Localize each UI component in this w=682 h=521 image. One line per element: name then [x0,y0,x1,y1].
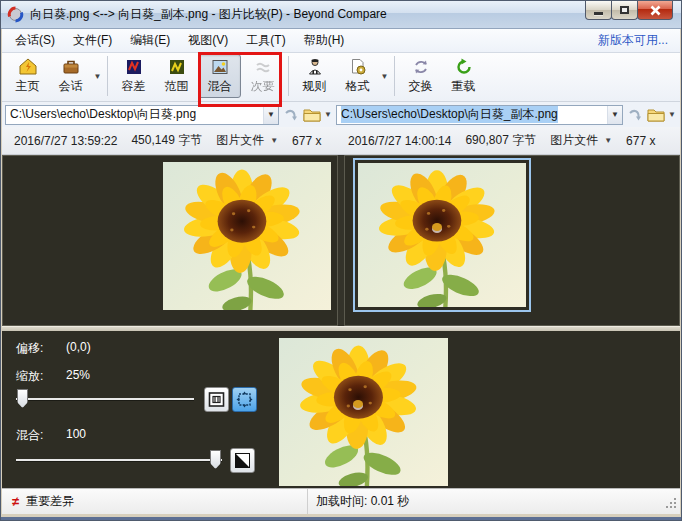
tolerance-icon [124,57,144,77]
right-image-panel[interactable] [344,155,680,326]
toolbar-button-rules[interactable]: 规则 [293,54,336,98]
toolbar-button-sessions[interactable]: 会话 [49,54,92,98]
load-time-text: 加载时间: 0.01 秒 [316,493,409,510]
format-document-gear-icon [348,57,368,77]
offset-label: 偏移: [16,340,43,357]
left-file-info: 2016/7/27 13:59:22 450,149 字节 图片文件 ▼ 677… [2,132,342,149]
menu-view[interactable]: 视图(V) [179,29,237,52]
minimize-icon [594,12,603,15]
toolbar-button-swap[interactable]: 交换 [399,54,442,98]
left-file-size: 450,149 字节 [131,132,202,149]
maximize-button[interactable] [611,1,638,20]
left-browse-folder-icon[interactable] [303,106,321,124]
close-button[interactable] [637,1,673,20]
right-file-type-dropdown-icon[interactable]: ▼ [604,136,612,145]
toolbar-button-range[interactable]: 范围 [155,54,198,98]
offset-value: (0,0) [66,340,91,354]
format-dropdown-icon[interactable]: ▼ [379,53,390,99]
zoom-value: 25% [66,368,90,382]
right-parent-arrow-icon[interactable] [626,106,644,124]
right-file-size: 690,807 字节 [465,132,536,149]
maximize-icon [620,6,629,14]
toolbar-button-blend[interactable]: 混合 [198,54,241,98]
right-modified-time: 2016/7/27 14:00:14 [348,134,451,148]
toolbar: 主页 会话 ▼ 容差 范围 混合 [2,53,680,102]
toolbar-button-reload[interactable]: 重载 [442,54,485,98]
toolbar-button-format[interactable]: 格式 [336,54,379,98]
left-browse-dropdown-icon[interactable]: ▼ [324,110,333,119]
new-version-link[interactable]: 新版本可用... [598,32,676,49]
toolbar-separator [288,56,289,96]
not-equal-icon: ≠ [12,494,19,509]
left-file-type-dropdown-icon[interactable]: ▼ [270,136,278,145]
right-sunflower-image[interactable] [358,163,526,307]
toolbar-button-home[interactable]: 主页 [6,54,49,98]
right-image-focus-border [353,158,531,312]
blend-slider[interactable] [16,450,222,470]
briefcase-icon [61,57,81,77]
menu-edit[interactable]: 编辑(E) [121,29,179,52]
blend-label: 混合: [16,427,43,444]
left-file-type[interactable]: 图片文件 [216,132,264,149]
zoom-slider-thumb[interactable] [17,389,28,408]
approx-icon [253,57,273,77]
left-path-value: C:\Users\echo\Desktop\向日葵.png [10,106,196,123]
toolbar-button-tolerance[interactable]: 容差 [112,54,155,98]
fit-to-window-icon [236,391,253,408]
left-path-combobox[interactable]: C:\Users\echo\Desktop\向日葵.png ▼ [5,105,279,125]
left-path-dropdown-icon[interactable]: ▼ [263,106,278,124]
left-modified-time: 2016/7/27 13:59:22 [14,134,117,148]
menu-tools[interactable]: 工具(T) [237,29,294,52]
zoom-label: 缩放: [16,368,43,385]
blend-slider-thumb[interactable] [210,450,221,469]
contrast-icon [234,452,251,469]
actual-size-button[interactable] [204,387,229,412]
home-icon [18,57,38,77]
right-path-value: C:\Users\echo\Desktop\向日葵_副本.png [341,106,558,123]
menu-session[interactable]: 会话(S) [6,29,64,52]
range-icon [167,57,187,77]
reload-icon [454,57,474,77]
right-path-dropdown-icon[interactable]: ▼ [607,106,622,124]
toolbar-button-unimportant[interactable]: 次要 [241,54,284,98]
blended-sunflower-image[interactable] [279,338,448,486]
minimize-button[interactable] [585,1,612,20]
right-file-info: 2016/7/27 14:00:14 690,807 字节 图片文件 ▼ 677… [342,132,680,149]
resize-grip[interactable] [665,497,677,509]
right-browse-dropdown-icon[interactable]: ▼ [668,110,677,119]
status-bar: ≠ 重要差异 加载时间: 0.01 秒 [2,488,680,514]
blend-value: 100 [66,427,86,441]
right-browse-folder-icon[interactable] [647,106,665,124]
sessions-dropdown-icon[interactable]: ▼ [92,53,103,99]
zoom-slider[interactable] [16,389,194,409]
menu-bar: 会话(S) 文件(F) 编辑(E) 视图(V) 工具(T) 帮助(H) 新版本可… [2,29,680,53]
right-path-combobox[interactable]: C:\Users\echo\Desktop\向日葵_副本.png ▼ [336,105,623,125]
diff-status-text: 重要差异 [26,493,74,510]
fit-to-window-button[interactable] [232,387,257,412]
right-file-type[interactable]: 图片文件 [550,132,598,149]
left-image-panel[interactable] [2,155,338,326]
title-bar[interactable]: 向日葵.png <--> 向日葵_副本.png - 图片比较(P) - Beyo… [1,1,681,29]
menu-help[interactable]: 帮助(H) [295,29,354,52]
left-dimensions: 677 x [292,134,321,148]
file-info-row: 2016/7/27 13:59:22 450,149 字节 图片文件 ▼ 677… [2,127,680,155]
zoom-slider-track[interactable] [16,398,194,400]
caption-buttons [586,1,673,20]
path-row: C:\Users\echo\Desktop\向日葵.png ▼ ▼ C:\Use… [2,102,680,127]
menu-file[interactable]: 文件(F) [64,29,121,52]
blend-picture-icon [210,57,230,77]
diff-status-cell: ≠ 重要差异 [2,489,308,514]
toolbar-separator [394,56,395,96]
left-sunflower-image[interactable] [163,162,331,310]
contrast-mode-button[interactable] [230,448,255,473]
actual-size-icon [208,391,225,408]
blend-section: 偏移: (0,0) 缩放: 25% 混合: 100 [2,331,680,488]
load-time-cell: 加载时间: 0.01 秒 [308,489,680,514]
swap-arrows-icon [411,57,431,77]
left-parent-arrow-icon[interactable] [282,106,300,124]
blend-slider-track[interactable] [16,459,222,461]
toolbar-separator [107,56,108,96]
close-icon [650,5,661,16]
right-dimensions: 677 x [626,134,655,148]
referee-icon [305,57,325,77]
